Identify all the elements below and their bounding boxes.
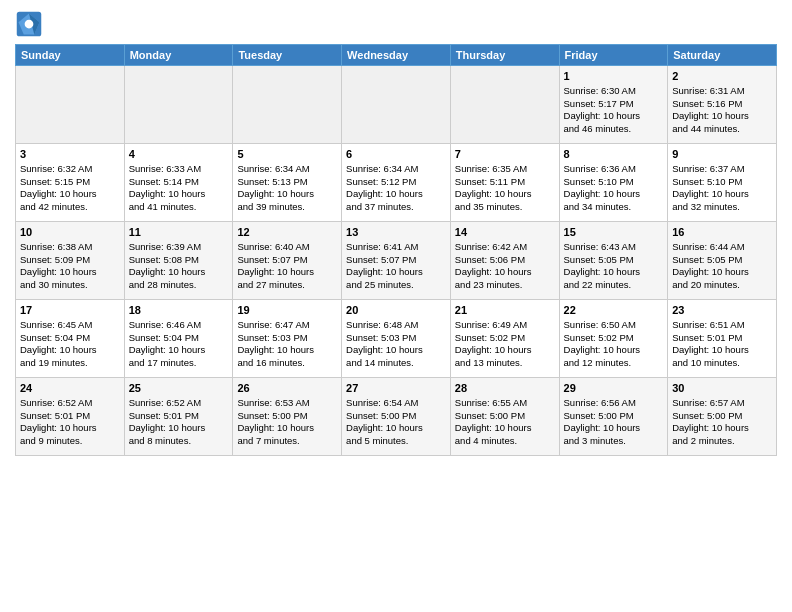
day-number: 20: [346, 303, 446, 318]
calendar-week-2: 3Sunrise: 6:32 AMSunset: 5:15 PMDaylight…: [16, 144, 777, 222]
calendar-cell: 9Sunrise: 6:37 AMSunset: 5:10 PMDaylight…: [668, 144, 777, 222]
weekday-header-saturday: Saturday: [668, 45, 777, 66]
day-number: 9: [672, 147, 772, 162]
day-number: 30: [672, 381, 772, 396]
weekday-header-friday: Friday: [559, 45, 668, 66]
calendar-cell: 4Sunrise: 6:33 AMSunset: 5:14 PMDaylight…: [124, 144, 233, 222]
day-number: 27: [346, 381, 446, 396]
calendar-cell: 19Sunrise: 6:47 AMSunset: 5:03 PMDayligh…: [233, 300, 342, 378]
day-number: 15: [564, 225, 664, 240]
calendar-cell: 13Sunrise: 6:41 AMSunset: 5:07 PMDayligh…: [342, 222, 451, 300]
day-number: 16: [672, 225, 772, 240]
calendar-cell: [233, 66, 342, 144]
day-number: 10: [20, 225, 120, 240]
day-number: 28: [455, 381, 555, 396]
page: SundayMondayTuesdayWednesdayThursdayFrid…: [0, 0, 792, 612]
day-number: 21: [455, 303, 555, 318]
calendar-week-3: 10Sunrise: 6:38 AMSunset: 5:09 PMDayligh…: [16, 222, 777, 300]
weekday-header-thursday: Thursday: [450, 45, 559, 66]
day-number: 17: [20, 303, 120, 318]
logo-icon: [15, 10, 43, 38]
weekday-header-sunday: Sunday: [16, 45, 125, 66]
calendar-cell: 28Sunrise: 6:55 AMSunset: 5:00 PMDayligh…: [450, 378, 559, 456]
calendar-cell: 23Sunrise: 6:51 AMSunset: 5:01 PMDayligh…: [668, 300, 777, 378]
calendar-cell: 10Sunrise: 6:38 AMSunset: 5:09 PMDayligh…: [16, 222, 125, 300]
calendar-cell: 11Sunrise: 6:39 AMSunset: 5:08 PMDayligh…: [124, 222, 233, 300]
day-number: 7: [455, 147, 555, 162]
calendar-cell: 5Sunrise: 6:34 AMSunset: 5:13 PMDaylight…: [233, 144, 342, 222]
calendar-cell: 29Sunrise: 6:56 AMSunset: 5:00 PMDayligh…: [559, 378, 668, 456]
calendar-cell: 2Sunrise: 6:31 AMSunset: 5:16 PMDaylight…: [668, 66, 777, 144]
day-number: 2: [672, 69, 772, 84]
calendar-cell: 14Sunrise: 6:42 AMSunset: 5:06 PMDayligh…: [450, 222, 559, 300]
day-number: 3: [20, 147, 120, 162]
day-number: 13: [346, 225, 446, 240]
day-number: 29: [564, 381, 664, 396]
calendar: SundayMondayTuesdayWednesdayThursdayFrid…: [15, 44, 777, 456]
day-number: 18: [129, 303, 229, 318]
day-number: 24: [20, 381, 120, 396]
day-number: 26: [237, 381, 337, 396]
day-number: 8: [564, 147, 664, 162]
day-number: 5: [237, 147, 337, 162]
weekday-header-row: SundayMondayTuesdayWednesdayThursdayFrid…: [16, 45, 777, 66]
calendar-cell: 30Sunrise: 6:57 AMSunset: 5:00 PMDayligh…: [668, 378, 777, 456]
calendar-cell: 7Sunrise: 6:35 AMSunset: 5:11 PMDaylight…: [450, 144, 559, 222]
calendar-cell: 15Sunrise: 6:43 AMSunset: 5:05 PMDayligh…: [559, 222, 668, 300]
calendar-cell: 21Sunrise: 6:49 AMSunset: 5:02 PMDayligh…: [450, 300, 559, 378]
day-number: 23: [672, 303, 772, 318]
calendar-cell: 20Sunrise: 6:48 AMSunset: 5:03 PMDayligh…: [342, 300, 451, 378]
calendar-cell: 22Sunrise: 6:50 AMSunset: 5:02 PMDayligh…: [559, 300, 668, 378]
day-number: 1: [564, 69, 664, 84]
header-area: [15, 10, 777, 38]
calendar-cell: 3Sunrise: 6:32 AMSunset: 5:15 PMDaylight…: [16, 144, 125, 222]
calendar-cell: 26Sunrise: 6:53 AMSunset: 5:00 PMDayligh…: [233, 378, 342, 456]
calendar-cell: [124, 66, 233, 144]
day-number: 14: [455, 225, 555, 240]
weekday-header-monday: Monday: [124, 45, 233, 66]
calendar-cell: 1Sunrise: 6:30 AMSunset: 5:17 PMDaylight…: [559, 66, 668, 144]
weekday-header-tuesday: Tuesday: [233, 45, 342, 66]
calendar-cell: [342, 66, 451, 144]
calendar-cell: 16Sunrise: 6:44 AMSunset: 5:05 PMDayligh…: [668, 222, 777, 300]
calendar-cell: 17Sunrise: 6:45 AMSunset: 5:04 PMDayligh…: [16, 300, 125, 378]
calendar-cell: 24Sunrise: 6:52 AMSunset: 5:01 PMDayligh…: [16, 378, 125, 456]
calendar-cell: 6Sunrise: 6:34 AMSunset: 5:12 PMDaylight…: [342, 144, 451, 222]
calendar-cell: 12Sunrise: 6:40 AMSunset: 5:07 PMDayligh…: [233, 222, 342, 300]
calendar-cell: 27Sunrise: 6:54 AMSunset: 5:00 PMDayligh…: [342, 378, 451, 456]
calendar-cell: 8Sunrise: 6:36 AMSunset: 5:10 PMDaylight…: [559, 144, 668, 222]
day-number: 22: [564, 303, 664, 318]
day-number: 25: [129, 381, 229, 396]
calendar-week-5: 24Sunrise: 6:52 AMSunset: 5:01 PMDayligh…: [16, 378, 777, 456]
day-number: 19: [237, 303, 337, 318]
logo: [15, 10, 47, 38]
day-number: 12: [237, 225, 337, 240]
calendar-cell: [16, 66, 125, 144]
calendar-cell: 25Sunrise: 6:52 AMSunset: 5:01 PMDayligh…: [124, 378, 233, 456]
calendar-cell: 18Sunrise: 6:46 AMSunset: 5:04 PMDayligh…: [124, 300, 233, 378]
svg-point-3: [25, 20, 34, 29]
calendar-week-1: 1Sunrise: 6:30 AMSunset: 5:17 PMDaylight…: [16, 66, 777, 144]
weekday-header-wednesday: Wednesday: [342, 45, 451, 66]
calendar-cell: [450, 66, 559, 144]
day-number: 11: [129, 225, 229, 240]
day-number: 4: [129, 147, 229, 162]
calendar-week-4: 17Sunrise: 6:45 AMSunset: 5:04 PMDayligh…: [16, 300, 777, 378]
day-number: 6: [346, 147, 446, 162]
